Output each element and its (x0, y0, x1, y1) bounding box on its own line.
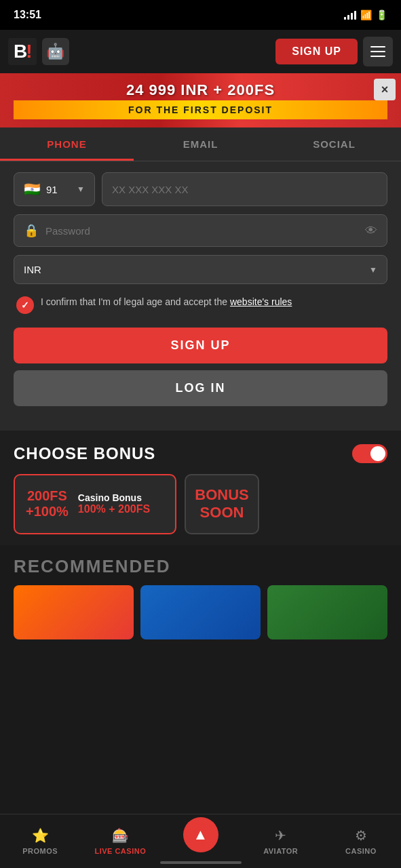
rec-card-3[interactable] (267, 585, 387, 639)
currency-chevron-icon: ▼ (369, 265, 377, 275)
nav-live-casino[interactable]: 🎰 LIVE CASINO (80, 814, 160, 868)
currency-selector[interactable]: INR ▼ (14, 255, 387, 284)
form-body: 🇮🇳 91 ▼ 🔒 👁 INR ▼ ✓ (0, 161, 401, 417)
bonus-banner: 24 999 INR + 200FS FOR THE FIRST DEPOSIT… (0, 73, 401, 127)
aviator-label: AVIATOR (263, 847, 298, 855)
menu-line-3 (370, 56, 385, 57)
bonus-header: CHOOSE BONUS (14, 444, 387, 463)
menu-line-2 (370, 51, 385, 52)
header-signup-button[interactable]: SIGN UP (275, 39, 358, 64)
bonus-section-title: CHOOSE BONUS (14, 444, 155, 463)
currency-value: INR (24, 264, 41, 275)
rules-link[interactable]: website's rules (230, 296, 292, 307)
bonus-section: CHOOSE BONUS 200FS +100% Casino Bonus 10… (0, 431, 401, 545)
rec-card-1[interactable] (14, 585, 134, 639)
bonus-soon-text: BONUSSOON (195, 486, 248, 522)
android-icon[interactable]: 🤖 (42, 38, 69, 65)
rec-card-2[interactable] (140, 585, 261, 639)
password-input[interactable] (45, 225, 358, 237)
bonus-card-amount: 100% + 200FS (78, 503, 150, 515)
recommended-cards (14, 585, 387, 639)
toggle-switch[interactable] (352, 444, 387, 463)
badge-200fs: 200FS (27, 488, 67, 504)
bonus-subtitle: FOR THE FIRST DEPOSIT (14, 100, 387, 119)
close-button[interactable]: × (374, 79, 396, 100)
promos-label: PROMOS (22, 847, 58, 855)
tab-social[interactable]: SOCIAL (267, 127, 401, 161)
wifi-icon: 📶 (360, 9, 372, 20)
time: 13:51 (14, 9, 41, 21)
casino-label: CASINO (345, 847, 377, 855)
tab-email[interactable]: EMAIL (134, 127, 267, 161)
bonus-card-badge: 200FS +100% (26, 488, 69, 519)
bonus-card-casino[interactable]: 200FS +100% Casino Bonus 100% + 200FS (14, 474, 176, 534)
recommended-section: RECOMMENDED (0, 545, 401, 650)
form-card: PHONE EMAIL SOCIAL 🇮🇳 91 ▼ 🔒 (0, 127, 401, 431)
badge-100: +100% (26, 504, 69, 519)
header-left: B! 🤖 (8, 38, 69, 65)
header: B! 🤖 SIGN UP (0, 30, 401, 73)
bonus-card-name: Casino Bonus (78, 492, 150, 503)
modal-overlay: 24 999 INR + 200FS FOR THE FIRST DEPOSIT… (0, 73, 401, 650)
live-casino-label: LIVE CASINO (94, 847, 146, 855)
aviator-icon: ▲ (193, 826, 208, 844)
nav-casino-aviator-label[interactable]: ✈ AVIATOR (241, 814, 321, 868)
flag-icon: 🇮🇳 (24, 181, 41, 197)
logo: B! (8, 38, 37, 65)
password-field: 🔒 👁 (14, 214, 387, 247)
bonus-card-info: Casino Bonus 100% + 200FS (78, 492, 150, 515)
aviator-icon-circle: ▲ (183, 817, 218, 852)
casino-icon: ⚙ (355, 827, 367, 844)
menu-line-1 (370, 46, 385, 47)
phone-input[interactable] (102, 172, 387, 206)
terms-checkbox-row: ✓ I confirm that I'm of legal age and ac… (14, 295, 387, 314)
aviator-nav-icon: ✈ (275, 827, 286, 844)
logo-text: B! (14, 41, 31, 62)
tabs: PHONE EMAIL SOCIAL (0, 127, 401, 161)
tab-phone[interactable]: PHONE (0, 127, 134, 161)
lock-icon: 🔒 (24, 223, 39, 238)
bonus-cards: 200FS +100% Casino Bonus 100% + 200FS BO… (14, 474, 387, 534)
checkbox-label: I confirm that I'm of legal age and acce… (41, 295, 292, 309)
live-casino-icon: 🎰 (112, 827, 129, 844)
checkbox-control[interactable]: ✓ (16, 296, 34, 314)
promos-icon: ⭐ (32, 827, 49, 844)
status-bar: 13:51 📶 🔋 (0, 0, 401, 30)
bonus-amount: 24 999 INR + 200FS (14, 81, 387, 99)
header-right: SIGN UP (275, 37, 393, 66)
eye-icon[interactable]: 👁 (365, 224, 377, 238)
nav-promos[interactable]: ⭐ PROMOS (0, 814, 80, 868)
country-selector[interactable]: 🇮🇳 91 ▼ (14, 172, 95, 206)
signup-main-button[interactable]: SIGN UP (14, 328, 387, 363)
nav-casino[interactable]: ⚙ CASINO (321, 814, 401, 868)
signal-icon (344, 10, 356, 20)
phone-row: 🇮🇳 91 ▼ (14, 172, 387, 206)
checkmark-icon: ✓ (21, 300, 29, 311)
bottom-nav: ⭐ PROMOS 🎰 LIVE CASINO ▲ ✈ AVIATOR ⚙ CAS… (0, 814, 401, 868)
home-indicator (160, 861, 242, 864)
recommended-title: RECOMMENDED (14, 556, 387, 577)
toggle-knob (370, 446, 385, 461)
login-button[interactable]: LOG IN (14, 370, 387, 406)
nav-aviator[interactable]: ▲ (160, 814, 240, 868)
menu-button[interactable] (363, 37, 393, 66)
country-code: 91 (46, 184, 58, 195)
status-right: 📶 🔋 (344, 9, 387, 20)
battery-icon: 🔋 (376, 9, 387, 20)
bonus-card-soon: BONUSSOON (185, 474, 259, 534)
chevron-down-icon: ▼ (77, 184, 85, 194)
